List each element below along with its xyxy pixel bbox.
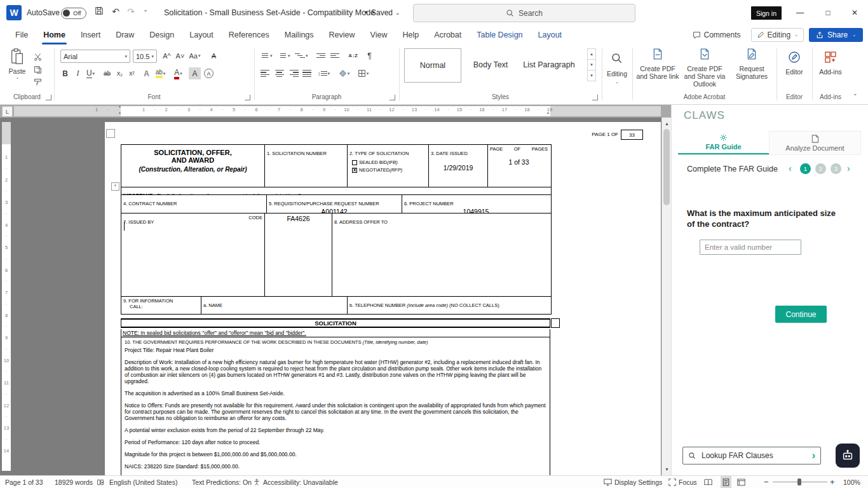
tab-review[interactable]: Review: [322, 25, 363, 44]
maximize-button[interactable]: □: [813, 0, 843, 25]
stepper-next-icon[interactable]: ›: [847, 163, 850, 174]
zoom-out-button[interactable]: −: [764, 476, 769, 488]
paste-button[interactable]: Paste ⌄: [6, 48, 28, 80]
tab-file[interactable]: File: [8, 25, 36, 44]
right-indent-marker[interactable]: ▴: [547, 110, 549, 114]
clear-formatting-button[interactable]: A: [208, 50, 220, 62]
display-settings-button[interactable]: Display Settings: [604, 476, 662, 488]
tab-references[interactable]: References: [221, 25, 277, 44]
styles-gallery-up-button[interactable]: ▴: [587, 48, 596, 60]
accessibility-status[interactable]: Accessibility: Unavailable: [263, 476, 338, 488]
multilevel-list-button[interactable]: ▾: [295, 50, 308, 62]
hanging-indent-marker[interactable]: ▴: [119, 110, 121, 114]
shrink-font-button[interactable]: A˅: [174, 50, 186, 62]
accessibility-icon[interactable]: [253, 476, 261, 488]
bullet-list-button[interactable]: ▾: [259, 50, 273, 62]
contract-size-input[interactable]: [700, 240, 801, 255]
language-indicator[interactable]: English (United States): [109, 476, 177, 488]
stepper-prev-icon[interactable]: ‹: [789, 163, 792, 174]
tab-layout[interactable]: Layout: [182, 25, 221, 44]
create-pdf-share-outlook-button[interactable]: Create PDF and Share via Outlook: [682, 48, 728, 88]
enclose-characters-button[interactable]: A: [203, 67, 215, 79]
styles-gallery-more-button[interactable]: ▾: [587, 71, 596, 81]
editing-group[interactable]: Editing ⌄: [602, 44, 632, 105]
step-2[interactable]: 2: [815, 163, 826, 174]
format-painter-icon[interactable]: [32, 76, 44, 88]
grow-font-button[interactable]: A^: [161, 50, 173, 62]
text-effects-button[interactable]: A: [140, 67, 153, 79]
page-indicator[interactable]: Page 1 of 33: [5, 476, 43, 488]
bold-button[interactable]: B: [59, 67, 71, 79]
styles-dialog-launcher[interactable]: [592, 95, 598, 100]
vertical-scrollbar[interactable]: ▲ ▼: [661, 118, 671, 475]
line-spacing-button[interactable]: ↕▾: [318, 67, 330, 79]
tab-help[interactable]: Help: [395, 25, 426, 44]
clipboard-dialog-launcher[interactable]: [46, 95, 51, 100]
web-layout-button[interactable]: [737, 476, 745, 488]
search-input[interactable]: Search: [413, 4, 635, 22]
tab-acrobat[interactable]: Acrobat: [426, 25, 469, 44]
lookup-far-clauses-input[interactable]: [700, 451, 808, 461]
document-page[interactable]: PAGE 1 OF 33 + SOLICITATION, OFFER, AND …: [105, 122, 661, 475]
increase-indent-button[interactable]: [329, 50, 341, 62]
editing-mode-button[interactable]: Editing ⌄: [751, 28, 804, 42]
close-button[interactable]: ✕: [840, 0, 868, 25]
cut-icon[interactable]: [32, 51, 44, 63]
tab-view[interactable]: View: [363, 25, 395, 44]
align-right-button[interactable]: [287, 67, 299, 79]
subscript-button[interactable]: x₂: [114, 67, 126, 79]
zoom-slider-thumb[interactable]: [797, 478, 801, 485]
read-mode-button[interactable]: [704, 476, 712, 488]
collapse-ribbon-chevron-icon[interactable]: ⌄: [853, 90, 858, 97]
request-signatures-button[interactable]: Request Signatures: [729, 48, 775, 80]
italic-button[interactable]: I: [72, 67, 84, 79]
minimize-button[interactable]: —: [785, 0, 815, 25]
tab-insert[interactable]: Insert: [73, 25, 108, 44]
title-chevron-icon[interactable]: ⌄: [395, 10, 400, 16]
proofing-icon[interactable]: [97, 476, 104, 488]
quick-access-chevron-icon[interactable]: ⌄: [139, 6, 152, 13]
tab-analyze-document[interactable]: Analyze Document: [769, 131, 861, 154]
table-move-handle[interactable]: +: [111, 182, 119, 191]
print-layout-button[interactable]: [721, 476, 731, 488]
save-icon[interactable]: [93, 6, 105, 17]
tab-draw[interactable]: Draw: [108, 25, 142, 44]
zoom-level[interactable]: 100%: [843, 476, 860, 488]
step-1[interactable]: 1: [800, 163, 811, 174]
tab-table-layout[interactable]: Layout: [531, 25, 570, 44]
character-shading-button[interactable]: A: [189, 67, 201, 79]
change-case-button[interactable]: Aa▾: [189, 50, 201, 62]
word-count[interactable]: 18929 words: [55, 476, 93, 488]
scroll-down-icon[interactable]: ▼: [662, 464, 671, 474]
scrollbar-thumb[interactable]: [663, 129, 670, 205]
superscript-button[interactable]: x²: [126, 67, 138, 79]
numbered-list-button[interactable]: ▾: [277, 50, 290, 62]
decrease-indent-button[interactable]: [315, 50, 327, 62]
highlight-color-button[interactable]: ab▾: [154, 67, 166, 79]
tab-design[interactable]: Design: [142, 25, 182, 44]
justify-button[interactable]: [301, 67, 313, 79]
styles-gallery-down-button[interactable]: ▾: [587, 60, 596, 71]
autosave-toggle[interactable]: Off: [61, 8, 86, 19]
borders-button[interactable]: ▾: [357, 67, 369, 79]
style-normal[interactable]: Normal: [404, 48, 461, 83]
tab-mailings[interactable]: Mailings: [277, 25, 322, 44]
addins-button[interactable]: Add-ins: [812, 51, 849, 76]
continue-button[interactable]: Continue: [775, 306, 827, 323]
font-name-combo[interactable]: Arial▾: [60, 50, 130, 63]
scroll-up-icon[interactable]: ▲: [662, 119, 671, 128]
show-paragraph-marks-button[interactable]: ¶: [363, 50, 376, 62]
vertical-ruler[interactable]: 1·2·3·4·5·6·7·8·9·10·11·12·13·14: [2, 122, 11, 471]
font-color-button[interactable]: A▾: [172, 67, 184, 79]
tab-table-design[interactable]: Table Design: [469, 25, 530, 44]
first-line-indent-marker[interactable]: ▾: [119, 104, 121, 109]
align-left-button[interactable]: [259, 67, 271, 79]
shading-button[interactable]: ▾: [338, 67, 350, 79]
copy-icon[interactable]: [32, 64, 44, 76]
word-logo-icon[interactable]: W: [6, 5, 22, 20]
tab-home[interactable]: Home: [36, 25, 73, 44]
text-predictions-indicator[interactable]: Text Predictions: On: [192, 476, 252, 488]
undo-icon[interactable]: ↶: [109, 6, 122, 17]
lookup-far-clauses-box[interactable]: ›: [682, 447, 821, 464]
create-pdf-share-link-button[interactable]: Create PDF and Share link: [635, 48, 681, 80]
